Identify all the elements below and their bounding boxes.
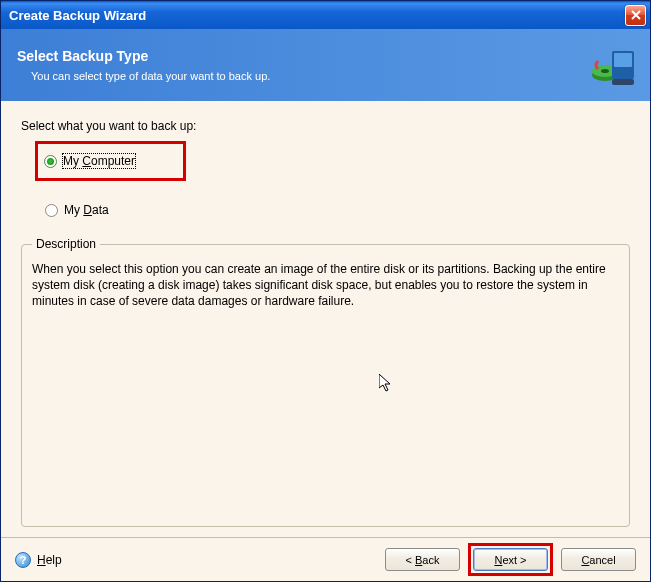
close-button[interactable] [625, 5, 646, 26]
highlight-next: Next > [468, 543, 553, 576]
backup-type-options: My Computer My Data [21, 147, 630, 221]
option-my-data-label: My Data [64, 203, 109, 217]
back-button[interactable]: < Back [385, 548, 460, 571]
radio-my-computer[interactable] [44, 155, 57, 168]
page-title: Select Backup Type [17, 48, 590, 64]
window-title: Create Backup Wizard [9, 8, 625, 23]
next-button[interactable]: Next > [473, 548, 548, 571]
description-legend: Description [32, 237, 100, 251]
backup-disk-icon [590, 41, 638, 89]
highlight-my-computer: My Computer [35, 141, 186, 181]
option-my-computer[interactable]: My Computer [44, 150, 135, 172]
header-text-block: Select Backup Type You can select type o… [17, 48, 590, 82]
help-link[interactable]: ? Help [15, 552, 62, 568]
selection-prompt: Select what you want to back up: [21, 119, 630, 133]
content-area: Select what you want to back up: My Comp… [1, 101, 650, 537]
wizard-window: Create Backup Wizard Select Backup Type … [0, 0, 651, 582]
svg-rect-4 [614, 53, 632, 67]
page-subtitle: You can select type of data your want to… [17, 70, 590, 82]
description-box: Description When you select this option … [21, 237, 630, 527]
radio-my-data[interactable] [45, 204, 58, 217]
close-icon [631, 10, 641, 20]
wizard-header: Select Backup Type You can select type o… [1, 29, 650, 101]
title-bar[interactable]: Create Backup Wizard [1, 1, 650, 29]
help-icon: ? [15, 552, 31, 568]
wizard-buttons: < Back Next > Cancel [385, 548, 636, 571]
description-text: When you select this option you can crea… [32, 261, 619, 310]
cancel-button[interactable]: Cancel [561, 548, 636, 571]
wizard-footer: ? Help < Back Next > Cancel [1, 537, 650, 581]
option-my-data[interactable]: My Data [45, 199, 630, 221]
option-my-computer-label: My Computer [63, 154, 135, 168]
svg-rect-5 [612, 79, 634, 85]
svg-point-2 [601, 69, 609, 73]
help-label: Help [37, 553, 62, 567]
